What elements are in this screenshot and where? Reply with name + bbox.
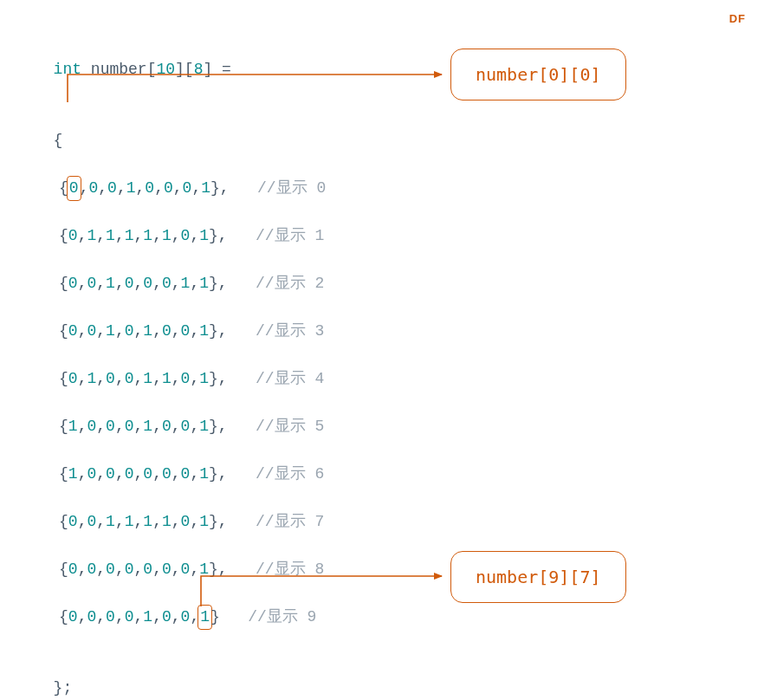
array-value: 0	[181, 418, 191, 435]
array-value: 0	[143, 561, 152, 578]
row-comment: //显示 8	[256, 561, 324, 578]
array-value: 1	[143, 370, 152, 387]
row-comment: //显示 0	[257, 179, 326, 197]
array-value: 1	[125, 227, 134, 244]
row-comment: //显示 1	[256, 227, 324, 244]
array-value: 0	[162, 275, 172, 292]
array-value: 0	[181, 227, 191, 244]
assign-op: =	[222, 61, 231, 78]
array-value: 1	[162, 227, 172, 244]
row-open-brace: {	[59, 227, 68, 244]
array-name: number	[91, 61, 147, 78]
array-value: 0	[68, 561, 78, 578]
array-value: 1	[106, 513, 115, 530]
array-value: 0	[143, 465, 152, 483]
array-value: 0	[87, 465, 96, 483]
row-close-brace: },	[209, 370, 228, 387]
array-value: 0	[181, 561, 191, 578]
array-value: 1	[143, 513, 152, 530]
array-value: 1	[199, 561, 209, 578]
array-value: 0	[87, 322, 96, 340]
row-close-brace: }	[210, 608, 220, 625]
array-value: 0	[162, 561, 172, 578]
dim1: 10	[156, 61, 175, 78]
row-close-brace: },	[209, 418, 228, 435]
array-value: 1	[199, 227, 209, 244]
array-row: {1,0,0,0,1,0,0,1}, //显示 5	[35, 415, 742, 438]
array-value: 1	[126, 179, 136, 197]
array-value: 0	[181, 608, 191, 625]
array-value: 1	[143, 227, 152, 244]
array-value: 0	[145, 179, 154, 197]
array-value: 1	[181, 275, 191, 292]
array-value: 0	[125, 561, 134, 578]
array-value: 0	[125, 370, 134, 387]
row-close-brace: },	[210, 179, 230, 197]
row-comment: //显示 5	[256, 418, 324, 435]
array-value: 0	[106, 608, 115, 625]
array-row: {0,1,1,1,1,1,0,1}, //显示 1	[35, 224, 742, 248]
array-value: 0	[106, 465, 115, 483]
array-value: 0	[181, 370, 191, 387]
array-row: {1,0,0,0,0,0,0,1}, //显示 6	[35, 463, 742, 486]
row-comment: //显示 3	[256, 322, 324, 340]
array-value: 1	[143, 418, 152, 435]
array-value: 1	[106, 322, 115, 340]
array-value: 0	[87, 608, 96, 625]
array-value: 0	[181, 513, 191, 530]
array-value: 1	[106, 227, 115, 244]
close-brace-line: };	[35, 653, 742, 700]
array-value: 0	[68, 322, 78, 340]
row-comment: //显示 6	[256, 465, 324, 483]
array-value: 1	[199, 418, 209, 435]
row-close-brace: },	[209, 227, 228, 244]
array-value: 1	[162, 513, 172, 530]
declaration-line: int number[10][8] =	[35, 35, 742, 81]
array-value: 0	[87, 513, 96, 530]
row-open-brace: {	[59, 370, 68, 387]
row-comment: //显示 2	[256, 275, 324, 292]
array-value: 0	[125, 275, 134, 292]
array-value: 1	[199, 370, 209, 387]
array-value: 1	[87, 370, 96, 387]
array-value: 0	[107, 179, 117, 197]
row-close-brace: },	[209, 465, 228, 483]
array-row: {0,0,0,0,0,0,0,1}, //显示 8	[35, 558, 742, 581]
array-value: 1	[200, 608, 210, 625]
array-value: 0	[68, 227, 78, 244]
array-value: 0	[87, 561, 96, 578]
array-row: {0,0,0,0,1,0,0,1} //显示 9	[35, 606, 742, 629]
row-close-brace: },	[209, 275, 228, 292]
array-value: 1	[162, 370, 172, 387]
array-value: 0	[162, 608, 172, 625]
array-row: {0,0,1,1,1,1,0,1}, //显示 7	[35, 510, 742, 534]
array-value: 0	[69, 179, 79, 197]
array-value: 0	[68, 608, 78, 625]
array-value: 1	[199, 322, 209, 340]
array-value: 1	[143, 322, 152, 340]
dim2: 8	[194, 61, 204, 78]
watermark-label: DF	[729, 10, 746, 28]
array-value: 1	[143, 608, 152, 625]
array-value: 1	[201, 179, 210, 197]
array-value: 0	[162, 322, 172, 340]
row-open-brace: {	[59, 418, 68, 435]
brace-close: };	[54, 679, 73, 697]
row-comment: //显示 7	[256, 513, 324, 530]
array-value: 1	[106, 275, 115, 292]
row-open-brace: {	[59, 322, 68, 340]
array-value: 1	[125, 513, 134, 530]
callout-bottom: number[9][7]	[450, 551, 626, 603]
array-value: 0	[87, 418, 96, 435]
array-value: 0	[106, 370, 115, 387]
array-value: 1	[87, 227, 96, 244]
keyword-int: int	[54, 61, 81, 78]
array-value: 1	[68, 418, 78, 435]
array-value: 0	[125, 418, 134, 435]
array-value: 0	[162, 418, 172, 435]
row-close-brace: },	[209, 322, 228, 340]
array-value: 0	[88, 179, 98, 197]
row-open-brace: {	[59, 608, 68, 625]
array-value: 0	[164, 179, 173, 197]
row-open-brace: {	[59, 561, 68, 578]
